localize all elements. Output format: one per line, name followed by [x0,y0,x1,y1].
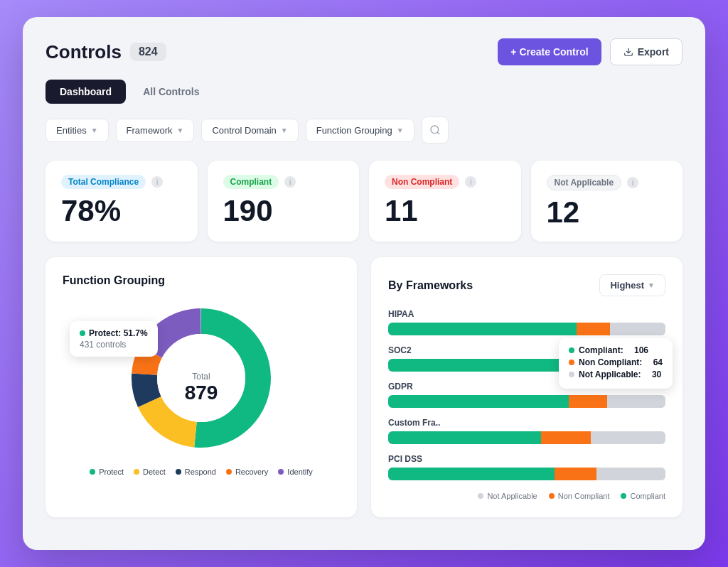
bar-noncompliant-hipaa [577,323,610,335]
bar-compliant-soc2 [388,359,588,372]
tab-dashboard[interactable]: Dashboard [46,80,126,104]
bar-na-pcidss [596,468,666,480]
fw-legend-noncompliant: Non Compliant [549,492,610,500]
fw-legend-dot-compliant [621,493,626,499]
tooltip-sub: 431 controls [80,340,148,350]
frameworks-card: By Frameworks Highest ▼ HIPAA [371,257,682,517]
header-left: Controls 824 [46,41,166,63]
tab-all-controls[interactable]: All Controls [129,80,213,104]
fw-row-custom: Custom Fra.. [388,418,665,444]
fw-row-soc2: SOC2 Compliant: 106 [388,345,665,372]
bar-compliant-gdpr [388,395,569,408]
header: Controls 824 + Create Control Export [46,38,682,65]
legend-dot-recovery [226,469,232,475]
fw-legend-na: Not Applicable [478,492,537,500]
svg-point-1 [431,126,439,134]
chevron-down-icon: ▼ [177,126,184,134]
fw-title: By Frameworks [388,279,473,292]
bottom-row: Function Grouping Protect: 51.7% 431 con… [46,257,682,517]
stat-label-total: Total Compliance [61,175,146,189]
fw-bars: HIPAA SOC2 [388,309,665,480]
chevron-down-icon: ▼ [397,126,404,134]
bar-noncompliant-custom [541,431,591,444]
stat-card-compliant: Compliant i 190 [208,161,360,242]
stat-value-total: 78% [61,196,182,226]
filter-function-grouping[interactable]: Function Grouping ▼ [306,119,414,142]
filter-control-domain[interactable]: Control Domain ▼ [201,119,298,142]
tabs-bar: Dashboard All Controls [46,80,682,104]
fw-header: By Frameworks Highest ▼ [388,274,665,296]
legend-dot-identify [278,469,284,475]
create-control-button[interactable]: + Create Control [498,38,601,65]
legend-recovery: Recovery [226,468,268,476]
fw-row-hipaa: HIPAA [388,309,665,335]
bar-compliant-pcidss [388,468,555,480]
export-button[interactable]: Export [610,38,682,65]
legend-protect: Protect [90,468,124,476]
svg-point-8 [157,334,245,422]
donut-legend: Protect Detect Respond Recovery [90,468,313,476]
bar-noncompliant-gdpr [569,395,608,408]
tooltip-label: Protect: 51.7% [89,328,148,338]
legend-detect: Detect [134,468,166,476]
stat-label-noncompliant: Non Compliant [385,175,459,189]
fw-legend-dot-noncompliant [549,493,555,499]
export-icon [623,47,633,57]
fw-row-gdpr: GDPR [388,382,665,408]
fw-legend: Not Applicable Non Compliant Compliant [388,492,665,500]
fw-legend-compliant: Compliant [621,492,665,500]
fw-filter-button[interactable]: Highest ▼ [599,274,665,296]
legend-dot-detect [134,469,139,475]
stat-cards-row: Total Compliance i 78% Compliant i 190 N… [46,161,682,242]
bar-na-custom [591,431,665,444]
chevron-down-icon: ▼ [281,126,288,134]
filter-entities[interactable]: Entities ▼ [46,119,109,142]
filters-bar: Entities ▼ Framework ▼ Control Domain ▼ … [46,117,682,144]
stat-value-notapplicable: 12 [547,198,668,227]
bar-na-hipaa [610,323,665,335]
main-container: Controls 824 + Create Control Export Das… [23,17,705,550]
stat-value-compliant: 190 [223,196,344,226]
stat-value-noncompliant: 11 [385,196,505,226]
fw-row-pcidss: PCI DSS [388,454,665,480]
tooltip-dot-na [569,372,574,377]
filter-framework[interactable]: Framework ▼ [116,119,195,142]
bar-noncompliant-pcidss [555,468,596,480]
info-icon-total[interactable]: i [151,176,163,188]
legend-identify: Identify [278,468,312,476]
stat-label-compliant: Compliant [223,175,279,189]
svg-line-2 [437,132,439,134]
bar-noncompliant-soc2 [588,359,624,372]
chevron-down-icon: ▼ [648,281,655,289]
search-button[interactable] [422,117,449,144]
page-count-badge: 824 [130,43,166,61]
header-actions: + Create Control Export [498,38,682,65]
bar-compliant-hipaa [388,323,577,335]
tooltip-dot [80,330,85,336]
page-title: Controls [46,41,122,63]
stat-card-not-applicable: Not Applicable i 12 [531,161,683,242]
chevron-down-icon: ▼ [91,126,98,134]
legend-respond: Respond [176,468,216,476]
legend-dot-respond [176,469,181,475]
search-icon [429,124,441,136]
donut-chart-card: Function Grouping Protect: 51.7% 431 con… [46,257,357,517]
bar-na-gdpr [607,395,665,408]
info-icon-compliant[interactable]: i [284,176,296,188]
info-icon-noncompliant[interactable]: i [465,176,476,188]
bar-na-soc2 [623,359,665,372]
stat-label-notapplicable: Not Applicable [547,175,622,190]
info-icon-notapplicable[interactable]: i [627,177,638,188]
donut-tooltip: Protect: 51.7% 431 controls [70,321,158,357]
bar-compliant-custom [388,431,541,444]
donut-container: Protect: 51.7% 431 controls [63,300,340,476]
donut-chart-title: Function Grouping [63,274,340,287]
legend-dot-protect [90,469,95,475]
stat-card-total-compliance: Total Compliance i 78% [46,161,198,242]
fw-legend-dot-na [478,493,483,499]
stat-card-non-compliant: Non Compliant i 11 [369,161,521,242]
